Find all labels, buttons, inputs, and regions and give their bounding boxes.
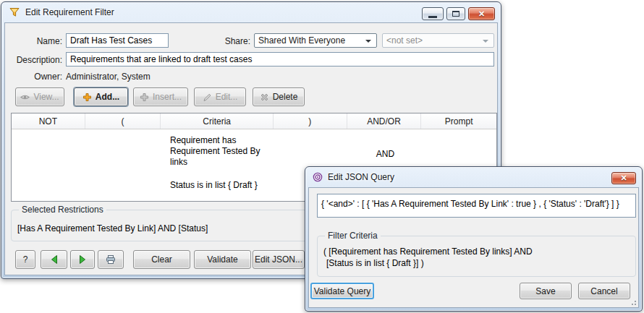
filter-criteria-line1: ( [Requirement has Requirement Tested By… xyxy=(323,246,533,257)
delete-button-label: Delete xyxy=(273,92,298,102)
selected-restrictions-value: [Has A Requirement Tested By Link] AND [… xyxy=(17,223,208,233)
owner-value: Administrator, System xyxy=(66,72,151,82)
cancel-button-label: Cancel xyxy=(590,286,617,296)
pencil-icon xyxy=(203,93,212,102)
column-header-prompt[interactable]: Prompt xyxy=(421,113,496,129)
title-bar[interactable]: Edit Requirement Filter ✕ xyxy=(1,2,501,22)
target-rings-icon xyxy=(313,172,323,182)
edit-button[interactable]: Edit... xyxy=(194,87,246,106)
next-button[interactable] xyxy=(70,250,95,269)
maximize-icon xyxy=(452,11,459,17)
json-dialog-body: { '<and>' : [ { 'Has A Requirement Teste… xyxy=(308,187,639,308)
edit-json-button-label: Edit JSON... xyxy=(255,254,302,265)
add-button-label: Add... xyxy=(96,92,119,102)
name-label: Name: xyxy=(5,36,62,46)
clear-button[interactable]: Clear xyxy=(133,250,190,269)
column-header-close-paren[interactable]: ) xyxy=(274,113,347,129)
close-icon: ✕ xyxy=(478,10,485,18)
desktop: Edit Requirement Filter ✕ Name: Draft Ha… xyxy=(0,0,644,313)
minimize-icon xyxy=(428,16,437,18)
print-button[interactable] xyxy=(98,250,124,269)
table-row-criteria[interactable]: Requirement has Requirement Tested By li… xyxy=(170,135,271,168)
close-button[interactable]: ✕ xyxy=(468,7,495,20)
filter-funnel-icon xyxy=(9,7,20,18)
edit-json-query-window: Edit JSON Query ✕ { '<and>' : [ { 'Has A… xyxy=(305,166,643,312)
plus-gold-icon xyxy=(82,93,92,102)
printer-icon xyxy=(106,254,116,265)
close-icon: ✕ xyxy=(620,174,627,182)
description-input[interactable]: Requirements that are linked to draft te… xyxy=(66,52,494,67)
filter-criteria-line2: [Status is in list { Draft }] ) xyxy=(326,258,424,268)
validate-query-button-label: Validate Query xyxy=(314,286,371,296)
share-select[interactable]: Shared With Everyone xyxy=(254,33,377,48)
save-button-label: Save xyxy=(535,286,555,296)
selected-restrictions-label: Selected Restrictions xyxy=(19,205,106,215)
share-selected-value: Shared With Everyone xyxy=(258,35,345,46)
eye-icon xyxy=(20,93,30,102)
table-row-andor[interactable]: AND xyxy=(348,149,423,160)
table-row-criteria[interactable]: Status is in list { Draft } xyxy=(170,180,293,191)
column-header-not[interactable]: NOT xyxy=(12,113,85,129)
arrow-left-green-icon xyxy=(49,254,59,265)
view-button[interactable]: View... xyxy=(15,87,64,106)
help-icon: ? xyxy=(23,254,28,265)
share-target-select[interactable]: <not set> xyxy=(382,33,494,48)
resize-grip[interactable] xyxy=(629,298,636,305)
share-target-selected-value: <not set> xyxy=(386,35,423,46)
arrow-right-green-icon xyxy=(77,254,88,265)
help-button[interactable]: ? xyxy=(15,250,35,269)
view-button-label: View... xyxy=(33,92,59,102)
validate-button[interactable]: Validate xyxy=(194,250,251,269)
criteria-grid-header: NOT ( Criteria ) AND/OR Prompt xyxy=(12,113,496,129)
owner-label: Owner: xyxy=(5,72,62,82)
column-header-open-paren[interactable]: ( xyxy=(85,113,161,129)
name-input[interactable]: Draft Has Test Cases xyxy=(66,33,169,48)
edit-button-label: Edit... xyxy=(216,92,238,102)
window-title: Edit JSON Query xyxy=(328,172,394,182)
insert-button[interactable]: Insert... xyxy=(133,87,188,106)
column-header-andor[interactable]: AND/OR xyxy=(347,113,422,129)
minimize-button[interactable] xyxy=(422,7,444,20)
share-label: Share: xyxy=(193,36,250,46)
delete-button[interactable]: Delete xyxy=(253,87,305,106)
json-query-input[interactable]: { '<and>' : [ { 'Has A Requirement Teste… xyxy=(317,194,636,218)
description-label: Description: xyxy=(5,55,62,65)
filter-criteria-group: Filter Criteria ( [Requirement has Requi… xyxy=(317,236,636,277)
cancel-button[interactable]: Cancel xyxy=(578,283,630,299)
column-header-criteria[interactable]: Criteria xyxy=(161,113,274,129)
insert-button-label: Insert... xyxy=(153,92,182,102)
previous-button[interactable] xyxy=(41,250,67,269)
save-button[interactable]: Save xyxy=(520,283,572,299)
close-button[interactable]: ✕ xyxy=(611,172,636,184)
edit-json-button[interactable]: Edit JSON... xyxy=(253,250,305,269)
x-gray-icon xyxy=(260,93,269,102)
filter-criteria-label: Filter Criteria xyxy=(325,231,381,241)
add-button[interactable]: Add... xyxy=(74,87,128,106)
chevron-down-icon xyxy=(365,40,371,43)
clear-button-label: Clear xyxy=(151,254,172,265)
validate-query-button[interactable]: Validate Query xyxy=(310,283,374,299)
window-title: Edit Requirement Filter xyxy=(25,7,114,17)
maximize-button[interactable] xyxy=(446,7,465,20)
plus-gray-icon xyxy=(140,93,149,102)
validate-button-label: Validate xyxy=(207,254,237,265)
title-bar[interactable]: Edit JSON Query ✕ xyxy=(305,167,642,187)
chevron-down-icon xyxy=(483,40,488,43)
